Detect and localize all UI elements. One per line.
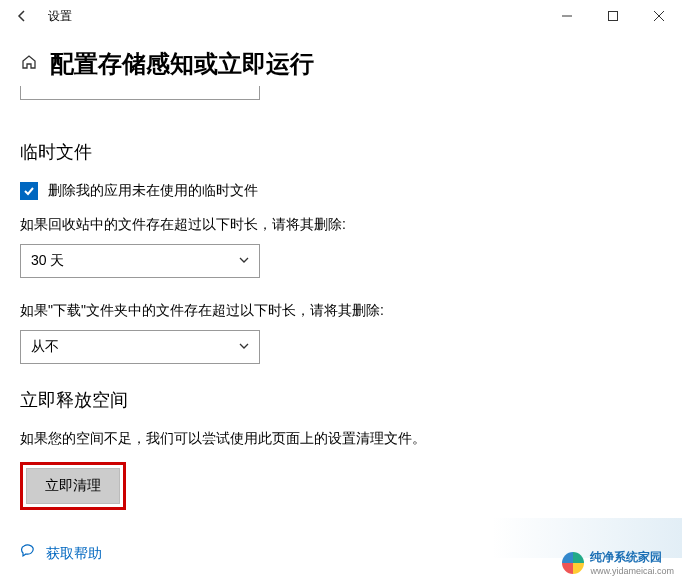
content-area: 配置存储感知或立即运行 临时文件 删除我的应用未在使用的临时文件 如果回收站中的…: [0, 48, 682, 563]
free-space-desc: 如果您的空间不足，我们可以尝试使用此页面上的设置清理文件。: [20, 430, 662, 448]
delete-temp-files-label: 删除我的应用未在使用的临时文件: [48, 182, 258, 200]
downloads-desc: 如果"下载"文件夹中的文件存在超过以下时长，请将其删除:: [20, 302, 662, 320]
minimize-button[interactable]: [544, 0, 590, 32]
chevron-down-icon: [239, 255, 249, 267]
watermark: 纯净系统家园 www.yidameicai.com: [562, 549, 674, 576]
watermark-name: 纯净系统家园: [590, 550, 662, 564]
page-header: 配置存储感知或立即运行: [20, 48, 662, 80]
recycle-bin-dropdown[interactable]: 30 天: [20, 244, 260, 278]
watermark-icon: [562, 552, 584, 574]
titlebar: 设置: [0, 0, 682, 32]
temp-files-heading: 临时文件: [20, 140, 662, 164]
close-button[interactable]: [636, 0, 682, 32]
get-help-link[interactable]: 获取帮助: [46, 545, 102, 563]
clean-now-highlight: 立即清理: [20, 462, 126, 510]
window-controls: [544, 0, 682, 32]
page-title: 配置存储感知或立即运行: [50, 48, 314, 80]
watermark-url: www.yidameicai.com: [590, 566, 674, 576]
svg-rect-1: [609, 12, 618, 21]
delete-temp-files-checkbox[interactable]: [20, 182, 38, 200]
help-icon: [20, 544, 36, 563]
downloads-value: 从不: [31, 338, 59, 356]
chevron-down-icon: [239, 341, 249, 353]
back-button[interactable]: [8, 2, 36, 30]
maximize-button[interactable]: [590, 0, 636, 32]
home-icon[interactable]: [20, 53, 38, 75]
recycle-bin-desc: 如果回收站中的文件存在超过以下时长，请将其删除:: [20, 216, 662, 234]
recycle-bin-value: 30 天: [31, 252, 64, 270]
free-space-heading: 立即释放空间: [20, 388, 662, 412]
clean-now-button[interactable]: 立即清理: [26, 468, 120, 504]
truncated-dropdown[interactable]: [20, 86, 260, 100]
downloads-dropdown[interactable]: 从不: [20, 330, 260, 364]
delete-temp-files-row: 删除我的应用未在使用的临时文件: [20, 182, 662, 200]
window-title: 设置: [48, 8, 72, 25]
